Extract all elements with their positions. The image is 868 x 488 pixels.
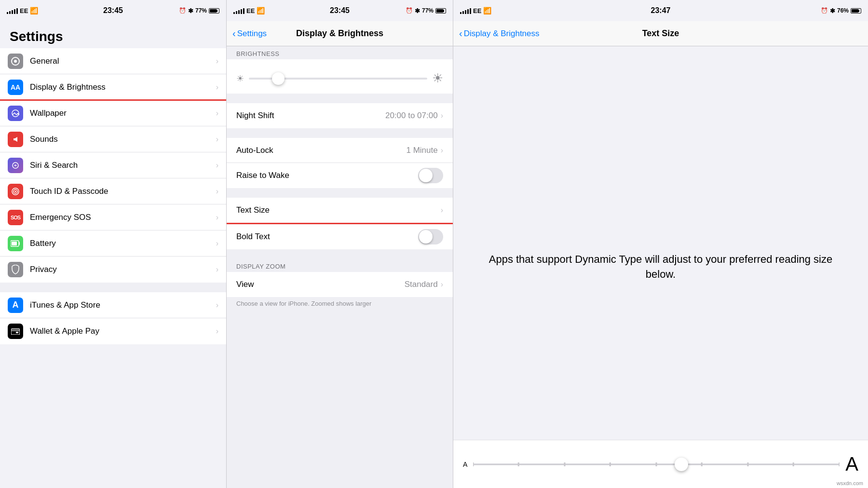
brightness-header: BRIGHTNESS: [227, 46, 453, 59]
text-size-slider-area: A A: [453, 440, 868, 488]
itunes-chevron: ›: [216, 301, 218, 310]
panel3-title: Text Size: [642, 28, 679, 39]
raise-wake-item[interactable]: Raise to Wake: [227, 163, 453, 188]
boldtext-label: Bold Text: [236, 232, 418, 242]
sidebar-item-siri[interactable]: Siri & Search ›: [0, 152, 226, 178]
sidebar-item-wallpaper[interactable]: Wallpaper ›: [0, 100, 226, 126]
bluetooth-icon-3: ✱: [830, 7, 835, 14]
sidebar-item-display[interactable]: AA Display & Brightness ›: [0, 74, 226, 100]
brightness-thumb[interactable]: [272, 72, 285, 85]
raise-wake-toggle[interactable]: [418, 168, 443, 183]
view-item[interactable]: View Standard ›: [227, 272, 453, 297]
battery-body-1: [209, 8, 219, 14]
display-chevron: ›: [216, 83, 218, 92]
sounds-label: Sounds: [30, 135, 216, 144]
back-chevron-3: ‹: [459, 28, 462, 39]
wallet-icon: [8, 324, 23, 339]
itunes-label: iTunes & App Store: [30, 300, 216, 310]
view-label: View: [236, 280, 405, 289]
itunes-icon: A: [8, 298, 23, 313]
back-label-2: Settings: [237, 29, 267, 39]
view-chevron: ›: [441, 280, 443, 289]
status-left-2: EE 📶: [233, 7, 265, 14]
alarm-icon-2: ⏰: [406, 7, 413, 14]
textsize-item[interactable]: Text Size ›: [227, 198, 453, 223]
bluetooth-icon-2: ✱: [415, 7, 420, 14]
sos-label: Emergency SOS: [30, 213, 216, 222]
bar3-3: [465, 10, 466, 14]
bar3-2: [462, 11, 464, 14]
nav-bar-2: ‹ Settings Display & Brightness: [227, 21, 453, 46]
sos-icon: SOS: [8, 210, 23, 225]
displayzoom-header: DISPLAY ZOOM: [227, 259, 453, 272]
brightness-slider[interactable]: ☀ ☀: [236, 71, 443, 86]
displayzoom-section: View Standard ›: [227, 272, 453, 297]
battery-chevron: ›: [216, 239, 218, 248]
wallpaper-icon: [8, 106, 23, 121]
sidebar-item-touchid[interactable]: Touch ID & Passcode ›: [0, 178, 226, 204]
svg-rect-8: [19, 242, 20, 245]
autolock-section: Auto-Lock 1 Minute › Raise to Wake: [227, 138, 453, 188]
signal-bars-1: [7, 7, 18, 14]
bar2-5: [243, 8, 244, 14]
status-bar-3: EE 📶 23:47 ⏰ ✱ 76%: [453, 0, 868, 21]
sidebar-item-battery[interactable]: Battery ›: [0, 230, 226, 257]
battery-tip-1: [217, 10, 217, 12]
nav-bar-3: ‹ Display & Brightness Text Size: [453, 21, 868, 46]
night-shift-label: Night Shift: [236, 111, 385, 121]
wifi-icon-3: 📶: [483, 7, 491, 14]
autolock-item[interactable]: Auto-Lock 1 Minute ›: [227, 138, 453, 163]
touchid-chevron: ›: [216, 187, 218, 196]
sidebar-item-sounds[interactable]: Sounds ›: [0, 126, 226, 152]
back-button-3[interactable]: ‹ Display & Brightness: [459, 28, 540, 39]
time-2: 23:45: [330, 6, 350, 15]
time-3: 23:47: [651, 6, 671, 15]
status-left-1: EE 📶: [7, 7, 38, 14]
battery-pct-2: 77%: [422, 7, 434, 14]
night-shift-item[interactable]: Night Shift 20:00 to 07:00 ›: [227, 103, 453, 128]
sidebar-item-sos[interactable]: SOS Emergency SOS ›: [0, 204, 226, 230]
sidebar-item-general[interactable]: General ›: [0, 48, 226, 74]
sidebar-item-itunes[interactable]: A iTunes & App Store ›: [0, 292, 226, 318]
night-shift-section: Night Shift 20:00 to 07:00 ›: [227, 103, 453, 128]
siri-label: Siri & Search: [30, 161, 216, 170]
battery-fill-3: [852, 9, 858, 13]
night-shift-value: 20:00 to 07:00: [385, 111, 438, 121]
battery-tip-2: [443, 10, 444, 12]
sidebar-item-wallet[interactable]: Wallet & Apple Pay ›: [0, 318, 226, 344]
wallpaper-chevron: ›: [216, 109, 218, 118]
textsize-label: Text Size: [236, 205, 441, 215]
text-size-thumb[interactable]: [675, 458, 688, 471]
battery-fill-2: [436, 9, 443, 13]
alarm-icon-3: ⏰: [821, 7, 828, 14]
svg-rect-9: [12, 242, 17, 245]
status-right-3: ⏰ ✱ 76%: [821, 7, 861, 14]
text-size-track[interactable]: [473, 463, 840, 465]
gap-4: [227, 249, 453, 259]
sidebar-item-privacy[interactable]: Privacy ›: [0, 257, 226, 283]
privacy-chevron: ›: [216, 265, 218, 274]
siri-icon: [8, 158, 23, 173]
battery-body-3: [851, 8, 861, 14]
bluetooth-icon-1: ✱: [188, 7, 193, 14]
boldtext-toggle[interactable]: [418, 229, 443, 244]
displayzoom-note: Choose a view for iPhone. Zoomed shows l…: [227, 297, 453, 313]
autolock-chevron: ›: [441, 146, 443, 155]
sun-large-icon: ☀: [432, 71, 443, 86]
general-chevron: ›: [216, 57, 218, 66]
back-button-2[interactable]: ‹ Settings: [232, 28, 267, 39]
bar2: [9, 11, 11, 14]
alarm-icon-1: ⏰: [179, 7, 186, 14]
svg-rect-10: [11, 329, 20, 335]
status-left-3: EE 📶: [460, 7, 491, 14]
sos-chevron: ›: [216, 213, 218, 222]
svg-point-1: [14, 60, 17, 63]
status-right-1: ⏰ ✱ 77%: [179, 7, 219, 14]
brightness-track[interactable]: [249, 78, 427, 80]
boldtext-knob: [419, 230, 433, 244]
svg-rect-12: [16, 332, 18, 333]
wifi-icon-2: 📶: [257, 7, 265, 14]
sounds-icon: [8, 132, 23, 147]
boldtext-item[interactable]: Bold Text: [227, 224, 453, 249]
gap-1: [227, 94, 453, 103]
